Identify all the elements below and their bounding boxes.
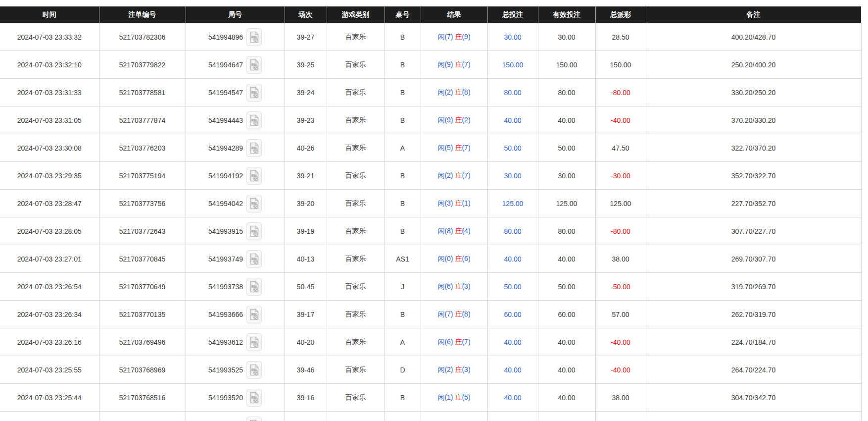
cell-round-number: 541994289 [186, 134, 285, 162]
cell-remark: 264.70/224.70 [646, 356, 861, 384]
result-banker-label: 庄 [455, 227, 462, 235]
cell-bet-number: 521703778581 [99, 79, 186, 106]
column-header-session: 场次 [285, 6, 327, 23]
round-number: 541993525 [208, 366, 243, 374]
cell-time: 2024-07-03 23:26:34 [0, 301, 99, 328]
cell-valid-bet: 30.00 [538, 23, 595, 51]
cell-valid-bet: 40.00 [538, 245, 595, 273]
cell-bet-number: 521703770649 [99, 273, 186, 301]
cell-total-bet[interactable]: 40.00 [487, 356, 538, 384]
cell-total-bet[interactable]: 40.00 [487, 245, 538, 273]
cell-total-payout: 47.50 [595, 134, 646, 162]
cell-session: 39-21 [285, 162, 327, 190]
column-header-total_bet: 总投注 [487, 6, 538, 23]
result-banker-label: 庄 [455, 171, 462, 179]
cell-session: 40-19 [285, 412, 327, 421]
video-replay-button[interactable] [246, 333, 262, 351]
video-replay-button[interactable] [246, 28, 262, 46]
cell-session: 39-27 [285, 23, 327, 51]
result-banker-score: (7) [462, 338, 470, 346]
result-banker-score: (9) [462, 33, 470, 41]
video-replay-button[interactable] [246, 167, 262, 185]
cell-total-bet[interactable]: 150.00 [487, 51, 538, 79]
cell-total-bet[interactable]: 50.00 [487, 273, 538, 301]
video-file-icon [249, 225, 259, 237]
cell-table-number: B [385, 384, 421, 412]
cell-bet-number: 521703768969 [99, 356, 186, 384]
video-replay-button[interactable] [246, 222, 262, 240]
cell-game-type: 百家乐 [327, 79, 385, 106]
video-replay-button[interactable] [246, 250, 262, 268]
video-replay-button[interactable] [246, 84, 262, 102]
result-player: 闲(6) [437, 338, 453, 346]
video-replay-button[interactable] [246, 389, 262, 407]
cell-total-bet[interactable]: 40.00 [487, 328, 538, 356]
result-player: 闲(1) [437, 393, 453, 401]
cell-total-bet[interactable]: 80.00 [487, 79, 538, 106]
video-file-icon [249, 336, 259, 348]
result-banker-score: (7) [462, 60, 470, 68]
video-replay-button[interactable] [246, 56, 262, 74]
cell-table-number: B [385, 51, 421, 79]
video-file-icon [249, 31, 259, 43]
cell-total-bet[interactable]: 30.00 [487, 162, 538, 190]
cell-total-bet[interactable]: 125.00 [487, 190, 538, 217]
cell-result: 闲(9) 庄(2) [421, 106, 487, 134]
cell-session: 39-17 [285, 301, 327, 328]
result-banker-score: (5) [462, 393, 470, 401]
video-replay-button[interactable] [246, 417, 262, 421]
cell-total-bet[interactable]: 30.00 [487, 23, 538, 51]
cell-total-bet[interactable]: 40.00 [487, 106, 538, 134]
cell-valid-bet: 50.00 [538, 273, 595, 301]
cell-remark: 224.70/184.70 [646, 328, 861, 356]
result-banker-label: 庄 [455, 199, 462, 207]
round-number: 541993749 [208, 255, 243, 263]
result-player: 闲(0) [437, 255, 453, 263]
cell-total-bet[interactable]: 60.00 [487, 301, 538, 328]
cell-remark: 322.70/370.20 [646, 134, 861, 162]
round-number: 541994042 [208, 200, 243, 208]
cell-round-number: 541993495 [186, 412, 285, 421]
cell-table-number: A [385, 328, 421, 356]
cell-result: 闲(9) 庄(7) [421, 51, 487, 79]
cell-result: 闲(1) 庄(5) [421, 384, 487, 412]
cell-result: 闲(6) 庄(3) [421, 273, 487, 301]
cell-round-number: 541993525 [186, 356, 285, 384]
cell-game-type: 百家乐 [327, 162, 385, 190]
cell-total-payout: 38.00 [595, 245, 646, 273]
cell-remark: 269.70/307.70 [646, 245, 861, 273]
cell-result: 闲(2) 庄(7) [421, 162, 487, 190]
video-replay-button[interactable] [246, 361, 262, 379]
cell-game-type: 百家乐 [327, 328, 385, 356]
video-replay-button[interactable] [246, 139, 262, 157]
result-banker-label: 庄 [455, 366, 462, 373]
result-banker-label: 庄 [455, 144, 462, 152]
cell-time: 2024-07-03 23:31:05 [0, 106, 99, 134]
cell-remark: 307.70/227.70 [646, 217, 861, 245]
video-replay-button[interactable] [246, 278, 262, 296]
cell-valid-bet: 60.00 [538, 412, 595, 421]
video-replay-button[interactable] [246, 111, 262, 129]
cell-session: 39-46 [285, 356, 327, 384]
table-row: 2024-07-03 23:26:16 521703769496 5419936… [0, 328, 861, 356]
cell-total-bet[interactable]: 80.00 [487, 217, 538, 245]
video-file-icon [249, 364, 259, 376]
cell-game-type: 百家乐 [327, 273, 385, 301]
cell-total-bet[interactable]: 50.00 [487, 134, 538, 162]
column-header-result: 结果 [421, 6, 487, 23]
column-header-remark: 备注 [646, 6, 861, 23]
table-header: 时间注单编号局号场次游戏类别桌号结果总投注有效投注总派彩备注 [0, 6, 861, 23]
cell-bet-number: 521703768230 [99, 412, 186, 421]
cell-total-payout: -40.00 [595, 328, 646, 356]
cell-total-bet[interactable]: 40.00 [487, 384, 538, 412]
cell-total-bet[interactable]: 60.00 [487, 412, 538, 421]
cell-game-type: 百家乐 [327, 23, 385, 51]
cell-result: 闲(5) 庄(7) [421, 134, 487, 162]
cell-bet-number: 521703768516 [99, 384, 186, 412]
video-replay-button[interactable] [246, 306, 262, 323]
video-file-icon [249, 253, 259, 265]
round-number: 541993915 [208, 227, 243, 235]
video-replay-button[interactable] [246, 195, 262, 212]
round-number: 541994443 [208, 116, 243, 124]
cell-bet-number: 521703773756 [99, 190, 186, 217]
